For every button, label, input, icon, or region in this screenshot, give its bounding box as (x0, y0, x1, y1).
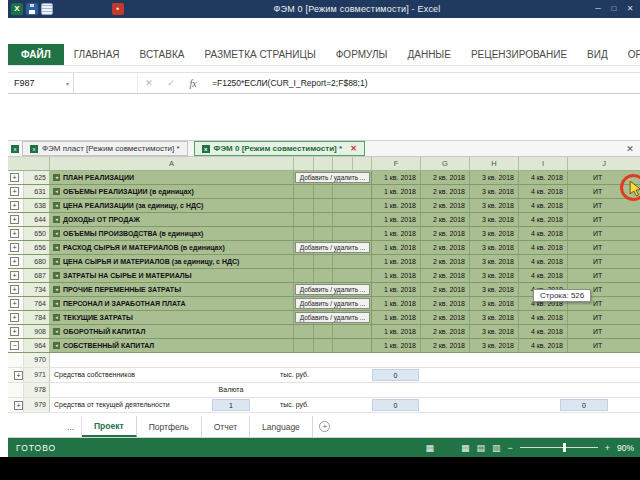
quarter-cell[interactable]: 3 кв. 2018 (470, 339, 519, 352)
row-header[interactable]: 908 (24, 325, 50, 338)
name-box[interactable]: F987 ▾ (8, 73, 74, 93)
outline-toggle-button[interactable]: + (10, 229, 19, 238)
quarter-cell[interactable]: 1 кв. 2018 (372, 311, 421, 324)
section-name-cell[interactable]: ◂ПРОЧИЕ ПЕРЕМЕННЫЕ ЗАТРАТЫ (50, 283, 294, 296)
quarter-cell[interactable]: 3 кв. 2018 (470, 269, 519, 282)
section-name-cell[interactable]: ◂ОБЪЕМЫ РЕАЛИЗАЦИИ (в единицах) (50, 185, 294, 198)
add-remove-button[interactable]: Добавить / удалить ... (295, 312, 370, 323)
section-name-cell[interactable]: ◂ЦЕНА РЕАЛИЗАЦИИ (за единицу, с НДС) (50, 199, 294, 212)
quarter-cell[interactable]: 3 кв. 2018 (470, 185, 519, 198)
quarter-cell[interactable]: 4 кв. 2018 (519, 199, 568, 212)
view-page-break-icon[interactable]: ▥ (492, 443, 501, 453)
total-cell[interactable]: ИТ (568, 241, 640, 254)
quarter-cell[interactable]: 4 кв. 2018 (519, 339, 568, 352)
outline-toggle-button[interactable]: + (10, 187, 19, 196)
quarter-cell[interactable]: 4 кв. 2018 (519, 185, 568, 198)
view-page-layout-icon[interactable]: ▤ (476, 443, 485, 453)
quarter-cell[interactable]: 3 кв. 2018 (470, 241, 519, 254)
view-normal-icon[interactable]: ▦ (461, 443, 470, 453)
section-name-cell[interactable]: ◂ПЕРСОНАЛ И ЗАРАБОТНАЯ ПЛАТА (50, 297, 294, 310)
value-cell[interactable]: 0 (372, 369, 419, 381)
quarter-cell[interactable]: 4 кв. 2018 (519, 227, 568, 240)
quarter-cell[interactable]: 2 кв. 2018 (421, 311, 470, 324)
quarter-cell[interactable]: 2 кв. 2018 (421, 227, 470, 240)
sheet-overflow-button[interactable]: ... (60, 416, 82, 437)
tab-home[interactable]: ГЛАВНАЯ (64, 44, 130, 65)
quarter-cell[interactable]: 1 кв. 2018 (372, 185, 421, 198)
maximize-button[interactable]: □ (606, 2, 622, 16)
section-name-cell[interactable]: ◂ЗАТРАТЫ НА СЫРЬЕ И МАТЕРИАЛЫ (50, 269, 294, 282)
section-name-cell[interactable]: ◂ОБОРОТНЫЙ КАПИТАЛ (50, 325, 294, 338)
row-header[interactable]: 687 (24, 269, 50, 282)
row-header[interactable]: 631 (24, 185, 50, 198)
section-name-cell[interactable]: ◂ДОХОДЫ ОТ ПРОДАЖ (50, 213, 294, 226)
row-header[interactable]: 656 (24, 241, 50, 254)
outline-toggle-button[interactable]: + (10, 313, 19, 322)
total-cell[interactable]: ИТ (568, 227, 640, 240)
column-header-b[interactable] (294, 157, 314, 170)
quarter-cell[interactable]: 1 кв. 2018 (372, 255, 421, 268)
row-header[interactable]: 638 (24, 199, 50, 212)
outline-toggle-button[interactable]: + (10, 285, 19, 294)
add-remove-button[interactable]: Добавить / удалить ... (295, 298, 370, 309)
sheet-tab-proekt[interactable]: Проект (82, 416, 137, 437)
currency-cell[interactable]: Валюта (212, 384, 250, 396)
row-header[interactable]: 970 (24, 353, 50, 367)
row-header[interactable]: 650 (24, 227, 50, 240)
chevron-down-icon[interactable]: ▾ (66, 80, 73, 87)
total-cell[interactable]: ИТ (568, 199, 640, 212)
quarter-cell[interactable]: 4 кв. 2018 (519, 241, 568, 254)
quarter-cell[interactable]: 3 кв. 2018 (470, 227, 519, 240)
save-icon[interactable] (26, 3, 38, 15)
zoom-slider[interactable] (520, 447, 598, 448)
row-header[interactable]: 680 (24, 255, 50, 268)
column-header-a[interactable]: A (50, 157, 294, 170)
outline-toggle-button[interactable]: + (10, 243, 19, 252)
cancel-icon[interactable]: ✕ (138, 73, 160, 93)
column-header-g[interactable]: G (421, 157, 470, 170)
quarter-cell[interactable]: 1 кв. 2018 (372, 297, 421, 310)
tab-file[interactable]: ФАЙЛ (8, 44, 64, 65)
total-cell[interactable]: ИТ (568, 325, 640, 338)
total-cell[interactable]: ИТ (568, 269, 640, 282)
tab-cut-off[interactable]: ОР (618, 44, 640, 65)
outline-toggle-button[interactable]: + (10, 299, 19, 308)
tab-formulas[interactable]: ФОРМУЛЫ (326, 44, 398, 65)
formula-input[interactable]: =F1250*ЕСЛИ(CUR_I_Report=2;F$88;1) (204, 73, 640, 93)
sheet-tab-language[interactable]: Language (250, 416, 313, 437)
column-header-j[interactable]: J (568, 157, 640, 170)
column-header-e[interactable] (353, 157, 373, 170)
quarter-cell[interactable]: 3 кв. 2018 (470, 283, 519, 296)
quarter-cell[interactable]: 4 кв. 2018 (519, 325, 568, 338)
quarter-cell[interactable]: 3 кв. 2018 (470, 311, 519, 324)
zoom-out-button[interactable]: − (507, 443, 512, 453)
quarter-cell[interactable]: 2 кв. 2018 (421, 199, 470, 212)
quarter-cell[interactable]: 1 кв. 2018 (372, 269, 421, 282)
outline-toggle-button[interactable]: + (10, 257, 19, 266)
outline-toggle-button[interactable]: − (10, 341, 19, 350)
workbook-icon[interactable]: x (8, 141, 22, 156)
tab-view[interactable]: ВИД (577, 44, 618, 65)
add-remove-button[interactable]: Добавить / удалить ... (295, 242, 370, 253)
outline-toggle-button[interactable]: + (10, 215, 19, 224)
zoom-level[interactable]: 90% (617, 443, 634, 453)
doc-tab-fem-plast[interactable]: x ФЭМ пласт [Режим совместимости] * (22, 141, 188, 156)
quarter-cell[interactable]: 1 кв. 2018 (372, 241, 421, 254)
quarter-cell[interactable]: 2 кв. 2018 (421, 269, 470, 282)
tab-review[interactable]: РЕЦЕНЗИРОВАНИЕ (461, 44, 577, 65)
row-header[interactable]: 971 (24, 368, 50, 382)
sheet-tab-otchet[interactable]: Отчет (202, 416, 250, 437)
column-header-f[interactable]: F (372, 157, 421, 170)
quarter-cell[interactable]: 1 кв. 2018 (372, 283, 421, 296)
currency-cell[interactable]: 1 (212, 399, 250, 411)
outline-toggle-button[interactable]: + (14, 401, 23, 410)
section-name-cell[interactable]: ◂ПЛАН РЕАЛИЗАЦИИ (50, 171, 294, 184)
quarter-cell[interactable]: 2 кв. 2018 (421, 241, 470, 254)
quarter-cell[interactable]: 2 кв. 2018 (421, 339, 470, 352)
outline-toggle-button[interactable]: + (14, 371, 23, 380)
column-header-c[interactable] (314, 157, 334, 170)
row-header[interactable]: 978 (24, 383, 50, 397)
quarter-cell[interactable]: 2 кв. 2018 (421, 283, 470, 296)
sheet-tab-portfel[interactable]: Портфель (137, 416, 202, 437)
column-header-h[interactable]: H (470, 157, 519, 170)
